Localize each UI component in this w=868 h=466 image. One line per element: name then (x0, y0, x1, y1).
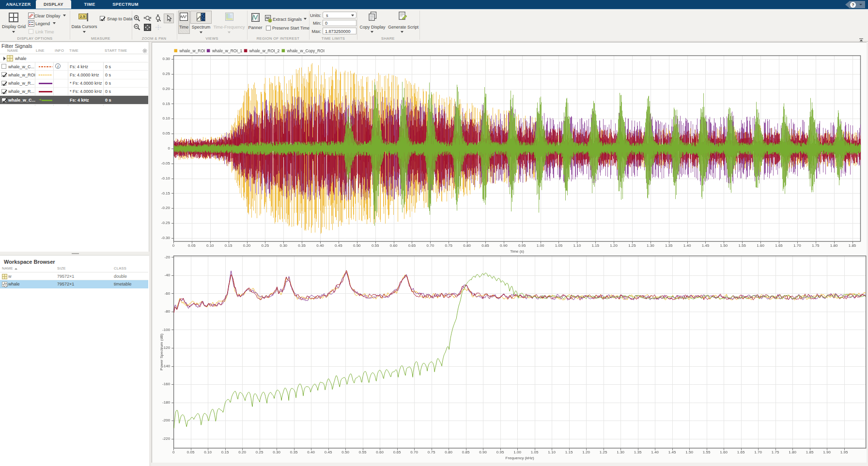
svg-text:2.5: 2.5 (80, 15, 86, 19)
